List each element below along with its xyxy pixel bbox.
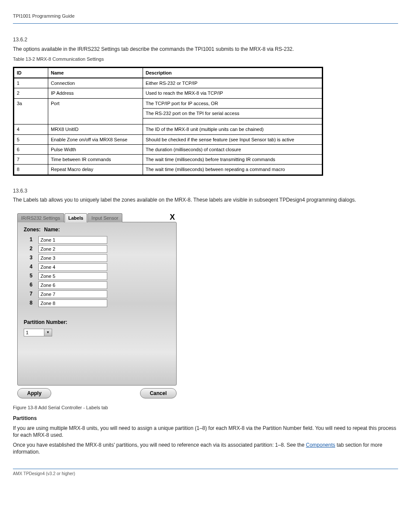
zone-row: 1 (24, 236, 170, 244)
cell: The duration (milliseconds) of contact c… (143, 144, 323, 154)
zone-name-input[interactable] (38, 263, 107, 271)
cell: Enable Zone on/off via MRX8 Sense (48, 134, 143, 144)
figure-caption: Figure 13-8 Add Serial Controller - Labe… (13, 404, 398, 411)
table-row: 1 Connection Either RS-232 or TCP/IP (14, 78, 323, 88)
dialog-tabs: IR/RS232 Settings Labels Input Sensor X (17, 212, 177, 222)
name-label: Name: (44, 227, 60, 233)
para2-pre: Once you have established the MRX-8 unit… (13, 442, 306, 448)
zone-name-input[interactable] (38, 245, 107, 253)
zone-row: 7 (24, 290, 170, 298)
cancel-button[interactable]: Cancel (140, 388, 177, 398)
table-caption: Table 13-2 MRX-8 Communication Settings (13, 56, 398, 62)
cell: 6 (14, 144, 48, 154)
cell: Connection (48, 78, 143, 88)
cell: Repeat Macro delay (48, 165, 143, 175)
cell: The RS-232 port on the TPI for serial ac… (143, 108, 323, 118)
table-row: 6 Pulse Width The duration (milliseconds… (14, 144, 323, 154)
zone-name-input[interactable] (38, 272, 107, 280)
table-row: 5 Enable Zone on/off via MRX8 Sense Shou… (14, 134, 323, 144)
zone-num: 8 (24, 300, 38, 307)
table-row: 3a Port The TCP/IP port for IP access, O… (14, 98, 323, 108)
cell: The wait time (milliseconds) between rep… (143, 165, 323, 175)
cell: Pulse Width (48, 144, 143, 154)
section-number-b: 13.6.3 (13, 188, 398, 195)
components-link[interactable]: Components (306, 442, 335, 448)
footer-rule (13, 469, 398, 469)
page-header: TPI1001 Programming Guide (13, 13, 398, 19)
cell: The wait time (milliseconds) before tran… (143, 155, 323, 165)
tab-input-sensor[interactable]: Input Sensor (87, 213, 122, 222)
table-row: 7 Time between IR commands The wait time… (14, 155, 323, 165)
tab-ir-rs232[interactable]: IR/RS232 Settings (17, 213, 64, 222)
cell: 3a (14, 98, 48, 124)
mrx8-settings-table: ID Name Description 1 Connection Either … (13, 67, 323, 176)
cell: Time between IR commands (48, 155, 143, 165)
zone-row: 3 (24, 254, 170, 262)
cell: The ID of the MRX-8 unit (multiple units… (143, 124, 323, 134)
cell: MRX8 UnitID (48, 124, 143, 134)
partitions-heading: Partitions (13, 415, 398, 422)
zone-row: 2 (24, 245, 170, 253)
cell: Port (48, 98, 143, 124)
th-desc: Description (143, 67, 323, 78)
zone-num: 3 (24, 255, 38, 261)
zone-name-input[interactable] (38, 254, 107, 262)
partition-select[interactable]: ▾ (24, 329, 170, 336)
cell: IP Address (48, 88, 143, 98)
zone-num: 4 (24, 264, 38, 271)
intro-paragraph-b: The Labels tab allows you to uniquely la… (13, 197, 398, 204)
table-header-row: ID Name Description (14, 67, 323, 78)
intro-paragraph-a: The options available in the IR/RS232 Se… (13, 46, 398, 53)
zone-row: 5 (24, 272, 170, 280)
cell: Used to reach the MRX-8 via TCP/IP (143, 88, 323, 98)
zones-header: Zones: Name: (24, 227, 170, 233)
close-icon[interactable]: X (170, 212, 177, 222)
cell: 7 (14, 155, 48, 165)
partitions-paragraph-1: If you are using multiple MRX-8 units, y… (13, 425, 398, 439)
zone-num: 6 (24, 282, 38, 289)
zone-row: 8 (24, 299, 170, 307)
zone-row: 4 (24, 263, 170, 271)
page-footer: AMX TPDesign4 (v3.2 or higher) (13, 471, 398, 476)
zones-label: Zones: (24, 227, 43, 233)
cell: 8 (14, 165, 48, 175)
cell: Should be checked if the sense feature (… (143, 134, 323, 144)
cell: The TCP/IP port for IP access, OR (143, 98, 323, 108)
zone-name-input[interactable] (38, 290, 107, 298)
dialog-body: Zones: Name: 1 2 3 4 5 6 7 (17, 222, 177, 386)
cell: 1 (14, 78, 48, 88)
mrx8-labels-dialog: IR/RS232 Settings Labels Input Sensor X … (17, 212, 177, 398)
partition-label: Partition Number: (24, 319, 170, 326)
zone-num: 1 (24, 236, 38, 243)
cell: 2 (14, 88, 48, 98)
dialog-footer: Apply Cancel (17, 388, 177, 398)
section-number-a: 13.6.2 (13, 37, 398, 44)
cell: 5 (14, 134, 48, 144)
header-rule (13, 23, 398, 24)
zone-row: 6 (24, 281, 170, 289)
zone-name-input[interactable] (38, 281, 107, 289)
cell: 4 (14, 124, 48, 134)
tab-labels[interactable]: Labels (65, 213, 87, 222)
zone-num: 7 (24, 291, 38, 298)
zone-num: 2 (24, 246, 38, 252)
table-row: 2 IP Address Used to reach the MRX-8 via… (14, 88, 323, 98)
zone-name-input[interactable] (38, 299, 107, 307)
chevron-down-icon[interactable]: ▾ (44, 329, 52, 336)
zone-num: 5 (24, 273, 38, 280)
partition-input[interactable] (24, 329, 44, 336)
th-id: ID (14, 67, 48, 78)
apply-button[interactable]: Apply (17, 388, 51, 398)
th-name: Name (48, 67, 143, 78)
table-row: 4 MRX8 UnitID The ID of the MRX-8 unit (… (14, 124, 323, 134)
zone-name-input[interactable] (38, 236, 107, 244)
cell (143, 118, 323, 124)
partitions-paragraph-2: Once you have established the MRX-8 unit… (13, 442, 398, 455)
cell: Either RS-232 or TCP/IP (143, 78, 323, 88)
table-row: 8 Repeat Macro delay The wait time (mill… (14, 165, 323, 175)
